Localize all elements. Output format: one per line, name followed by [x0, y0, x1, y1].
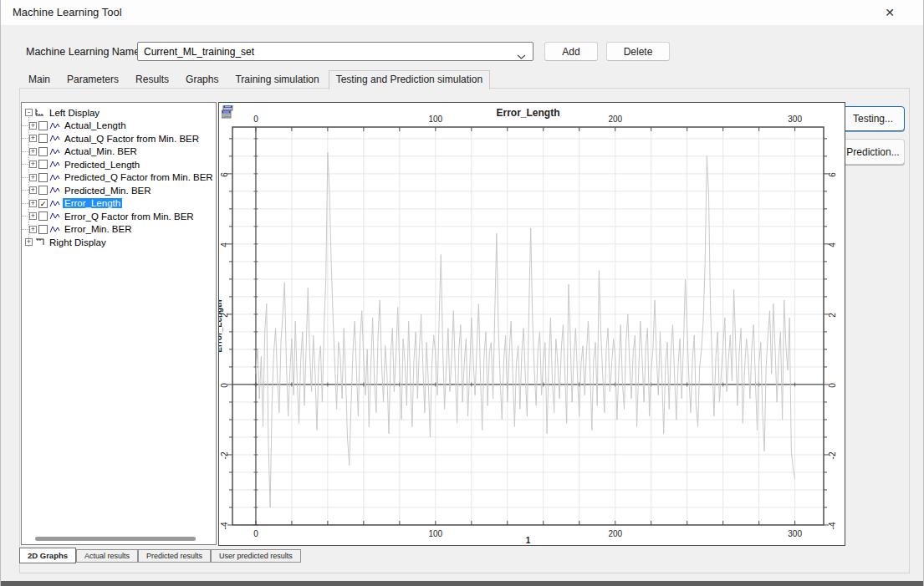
tree-item-label-predicted-min-ber[interactable]: Predicted_Min. BER: [63, 186, 153, 196]
bottom-tab-user-predicted-results[interactable]: User predicted results: [211, 549, 301, 563]
tab-main[interactable]: Main: [21, 70, 58, 88]
svg-text:4: 4: [220, 242, 229, 247]
tree-item-label-right-display[interactable]: Right Display: [48, 237, 108, 247]
chevron-down-icon: [517, 48, 526, 64]
expand-icon[interactable]: +: [29, 212, 37, 220]
expand-icon[interactable]: +: [29, 226, 37, 233]
expand-icon[interactable]: +: [29, 186, 37, 194]
tree-item-label-predicted-q-factor-from-min-ber[interactable]: Predicted_Q Factor from Min. BER: [63, 172, 215, 182]
svg-text:0: 0: [253, 529, 258, 538]
prediction-button[interactable]: Prediction...: [841, 139, 905, 165]
svg-text:4: 4: [828, 242, 837, 247]
left-axes-icon: [34, 108, 45, 117]
tree-item[interactable]: +Error_Q Factor from Min. BER: [22, 210, 216, 223]
tree-item[interactable]: +Predicted_Q Factor from Min. BER: [22, 171, 216, 185]
curve-icon: [49, 173, 60, 182]
machine-learning-tool-window: Machine Learning Tool ✕ Machine Learning…: [0, 0, 924, 586]
tree-branch-line: [22, 229, 29, 230]
expand-icon[interactable]: +: [29, 174, 37, 181]
tree-item-label-left-display[interactable]: Left Display: [48, 108, 101, 118]
svg-text:100: 100: [428, 115, 442, 124]
svg-text:0: 0: [253, 115, 258, 124]
tab-testing-and-prediction-simulation[interactable]: Testing and Prediction simulation: [329, 70, 490, 89]
svg-text:0: 0: [828, 383, 837, 388]
tree-item[interactable]: +Actual_Q Factor from Min. BER: [22, 132, 216, 145]
bottom-tab-actual-results[interactable]: Actual results: [76, 549, 138, 563]
curve-icon: [49, 160, 60, 169]
tree-item-label-predicted-length[interactable]: Predicted_Length: [63, 160, 141, 170]
right-axes-icon: [34, 237, 45, 247]
expand-icon[interactable]: +: [29, 161, 37, 168]
tree-item[interactable]: +Actual_Length: [22, 120, 216, 133]
expand-icon[interactable]: +: [29, 122, 37, 130]
tree-item-checkbox[interactable]: [38, 186, 48, 195]
tree-item-checkbox[interactable]: [38, 134, 48, 143]
tree-item[interactable]: +✓Error_Length: [22, 197, 216, 211]
window-title: Machine Learning Tool: [13, 6, 122, 18]
expand-icon[interactable]: +: [29, 200, 37, 207]
tree-branch-line: [22, 177, 29, 178]
chart-canvas: 0010010020020030030066442200-2-2-4-4Erro…: [219, 103, 845, 545]
graph-panel: 0010010020020030030066442200-2-2-4-4Erro…: [218, 102, 845, 546]
tab-results[interactable]: Results: [128, 70, 176, 88]
add-button[interactable]: Add: [544, 42, 598, 61]
svg-text:-4: -4: [828, 522, 837, 529]
tree-item[interactable]: +Actual_Min. BER: [22, 145, 216, 159]
tree-item-checkbox[interactable]: [38, 121, 48, 130]
svg-text:1: 1: [526, 536, 531, 545]
collapse-icon[interactable]: -: [25, 109, 33, 116]
ml-name-combobox[interactable]: Current_ML_training_set: [137, 42, 533, 61]
tree-root[interactable]: +Right Display: [22, 236, 216, 249]
delete-button[interactable]: Delete: [606, 42, 670, 61]
svg-text:200: 200: [608, 115, 622, 124]
tree-item-label-actual-length[interactable]: Actual_Length: [63, 120, 128, 130]
tree-item[interactable]: +Error_Min. BER: [22, 223, 216, 237]
close-icon[interactable]: ✕: [881, 4, 898, 21]
tree-item[interactable]: +Predicted_Length: [22, 158, 216, 171]
tree-item-checkbox[interactable]: ✓: [38, 199, 48, 208]
tree-item-checkbox[interactable]: [38, 173, 48, 182]
svg-text:-2: -2: [828, 451, 837, 459]
svg-text:200: 200: [608, 529, 622, 538]
bottom-tab-predicted-results[interactable]: Predicted results: [138, 549, 211, 563]
tree-item[interactable]: +Predicted_Min. BER: [22, 184, 216, 197]
tree-item-checkbox[interactable]: [38, 160, 48, 169]
error-length-series: [256, 153, 795, 507]
curve-icon: [49, 186, 60, 195]
svg-text:2: 2: [828, 313, 837, 318]
tab-parameters[interactable]: Parameters: [59, 70, 126, 88]
tree-horizontal-scrollbar[interactable]: [35, 537, 196, 541]
titlebar: Machine Learning Tool ✕: [1, 0, 923, 25]
tree-item-label-error-q-factor-from-min-ber[interactable]: Error_Q Factor from Min. BER: [63, 211, 196, 222]
svg-text:6: 6: [828, 172, 837, 177]
tree-item-label-error-min-ber[interactable]: Error_Min. BER: [63, 224, 134, 234]
curve-icon: [49, 225, 60, 234]
tree-root[interactable]: -Left Display: [22, 106, 216, 120]
tree-item-label-actual-q-factor-from-min-ber[interactable]: Actual_Q Factor from Min. BER: [63, 134, 201, 144]
tree-item-label-error-length[interactable]: Error_Length: [63, 198, 122, 208]
tree-branch-line: [22, 203, 29, 204]
testing-button[interactable]: Testing...: [841, 106, 905, 131]
svg-text:300: 300: [788, 115, 802, 124]
svg-text:0: 0: [220, 383, 229, 388]
tree-branch-line: [22, 216, 29, 217]
tree-item-label-actual-min-ber[interactable]: Actual_Min. BER: [63, 146, 139, 156]
expand-icon[interactable]: +: [29, 135, 37, 142]
svg-text:-4: -4: [220, 522, 229, 529]
tree-item-checkbox[interactable]: [38, 147, 48, 156]
graph-window-icon[interactable]: [222, 105, 233, 119]
bottom-tab-strip: 2D GraphsActual resultsPredicted results…: [19, 548, 301, 563]
tab-training-simulation[interactable]: Training simulation: [227, 70, 326, 88]
expand-icon[interactable]: +: [25, 238, 33, 246]
expand-icon[interactable]: +: [29, 148, 37, 155]
curve-icon: [49, 134, 60, 143]
bottom-tab-2d-graphs[interactable]: 2D Graphs: [19, 548, 76, 563]
tree-branch-line: [22, 138, 29, 139]
tab-graphs[interactable]: Graphs: [178, 70, 226, 88]
ml-name-value: Current_ML_training_set: [144, 46, 254, 58]
curve-icon: [49, 199, 60, 208]
tab-strip: MainParametersResultsGraphsTraining simu…: [21, 70, 492, 89]
tree-item-checkbox[interactable]: [38, 211, 48, 221]
svg-text:-2: -2: [220, 451, 229, 459]
tree-item-checkbox[interactable]: [38, 225, 48, 234]
